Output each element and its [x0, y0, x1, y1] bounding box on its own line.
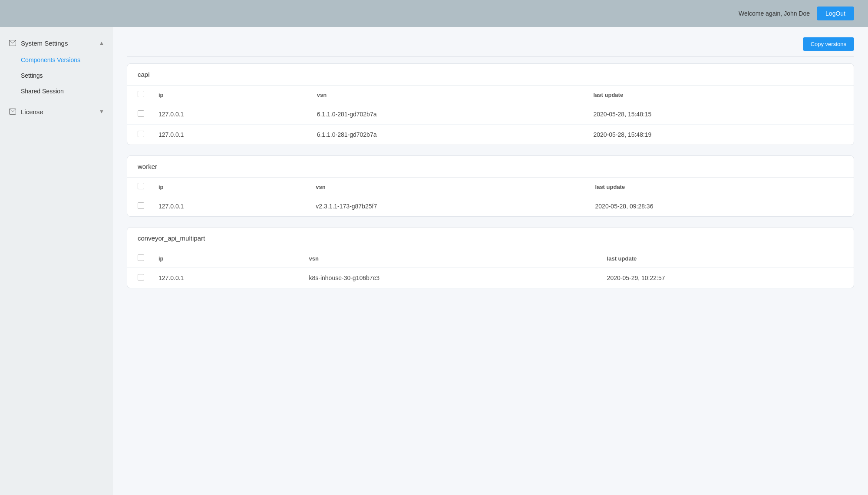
sidebar-item-components-versions[interactable]: Components Versions — [0, 52, 113, 68]
cell-ip: 127.0.0.1 — [148, 125, 307, 145]
sidebar-section-header-license[interactable]: License ▼ — [0, 102, 113, 121]
component-card-capi: capiipvsnlast update127.0.0.16.1.1.0-281… — [127, 63, 854, 145]
sidebar-item-shared-session[interactable]: Shared Session — [0, 83, 113, 99]
chevron-up-icon: ▲ — [99, 40, 104, 46]
main-content: Copy versions capiipvsnlast update127.0.… — [113, 27, 868, 495]
cell-vsn: k8s-inhouse-30-g106b7e3 — [298, 268, 596, 288]
sidebar-section-header-system-settings[interactable]: System Settings ▲ — [0, 34, 113, 52]
sidebar: System Settings ▲ Components Versions Se… — [0, 27, 113, 495]
cell-last_update: 2020-05-28, 15:48:19 — [583, 125, 854, 145]
row-checkbox-0-1[interactable] — [138, 131, 144, 137]
component-card-conveyor_api_multipart: conveyor_api_multipartipvsnlast update12… — [127, 227, 854, 288]
column-header-last_update: last update — [597, 249, 854, 268]
component-name-worker: worker — [127, 156, 854, 178]
column-header-vsn: vsn — [298, 249, 596, 268]
envelope-icon-2 — [9, 108, 17, 116]
envelope-icon — [9, 39, 17, 47]
column-header-ip: ip — [148, 86, 307, 104]
component-name-conveyor_api_multipart: conveyor_api_multipart — [127, 228, 854, 249]
row-checkbox-2-0[interactable] — [138, 274, 144, 280]
sidebar-section-label-system-settings: System Settings — [21, 40, 68, 47]
column-header-ip: ip — [148, 249, 298, 268]
select-all-checkbox-worker[interactable] — [138, 183, 144, 189]
component-card-worker: workeripvsnlast update127.0.0.1v2.3.1.1-… — [127, 155, 854, 217]
column-header-last_update: last update — [583, 86, 854, 104]
sidebar-section-system-settings: System Settings ▲ Components Versions Se… — [0, 34, 113, 99]
row-checkbox-0-0[interactable] — [138, 110, 144, 117]
components-container: capiipvsnlast update127.0.0.16.1.1.0-281… — [127, 63, 854, 288]
sidebar-item-settings[interactable]: Settings — [0, 68, 113, 83]
cell-ip: 127.0.0.1 — [148, 196, 305, 217]
column-header-last_update: last update — [585, 178, 854, 196]
welcome-text: Welcome again, John Doe — [739, 10, 810, 17]
header: Welcome again, John Doe LogOut — [0, 0, 868, 27]
table-row: 127.0.0.1v2.3.1.1-173-g87b25f72020-05-28… — [127, 196, 854, 217]
logout-button[interactable]: LogOut — [817, 7, 854, 20]
cell-vsn: 6.1.1.0-281-gd702b7a — [307, 125, 583, 145]
chevron-down-icon: ▼ — [99, 109, 104, 115]
column-header-vsn: vsn — [305, 178, 584, 196]
table-row: 127.0.0.1k8s-inhouse-30-g106b7e32020-05-… — [127, 268, 854, 288]
cell-last_update: 2020-05-29, 10:22:57 — [597, 268, 854, 288]
component-name-capi: capi — [127, 64, 854, 86]
cell-vsn: 6.1.1.0-281-gd702b7a — [307, 104, 583, 125]
cell-last_update: 2020-05-28, 15:48:15 — [583, 104, 854, 125]
main-layout: System Settings ▲ Components Versions Se… — [0, 27, 868, 495]
cell-ip: 127.0.0.1 — [148, 268, 298, 288]
table-row: 127.0.0.16.1.1.0-281-gd702b7a2020-05-28,… — [127, 104, 854, 125]
select-all-checkbox-capi[interactable] — [138, 91, 144, 97]
column-header-vsn: vsn — [307, 86, 583, 104]
select-all-checkbox-conveyor_api_multipart[interactable] — [138, 254, 144, 261]
column-header-ip: ip — [148, 178, 305, 196]
sidebar-section-license: License ▼ — [0, 102, 113, 121]
row-checkbox-1-0[interactable] — [138, 202, 144, 209]
cell-last_update: 2020-05-28, 09:28:36 — [585, 196, 854, 217]
copy-versions-button[interactable]: Copy versions — [803, 37, 854, 51]
cell-ip: 127.0.0.1 — [148, 104, 307, 125]
table-row: 127.0.0.16.1.1.0-281-gd702b7a2020-05-28,… — [127, 125, 854, 145]
component-table-capi: ipvsnlast update127.0.0.16.1.1.0-281-gd7… — [127, 86, 854, 145]
component-table-conveyor_api_multipart: ipvsnlast update127.0.0.1k8s-inhouse-30-… — [127, 249, 854, 288]
cell-vsn: v2.3.1.1-173-g87b25f7 — [305, 196, 584, 217]
component-table-worker: ipvsnlast update127.0.0.1v2.3.1.1-173-g8… — [127, 178, 854, 216]
content-toolbar: Copy versions — [127, 37, 854, 56]
sidebar-section-label-license: License — [21, 108, 43, 116]
